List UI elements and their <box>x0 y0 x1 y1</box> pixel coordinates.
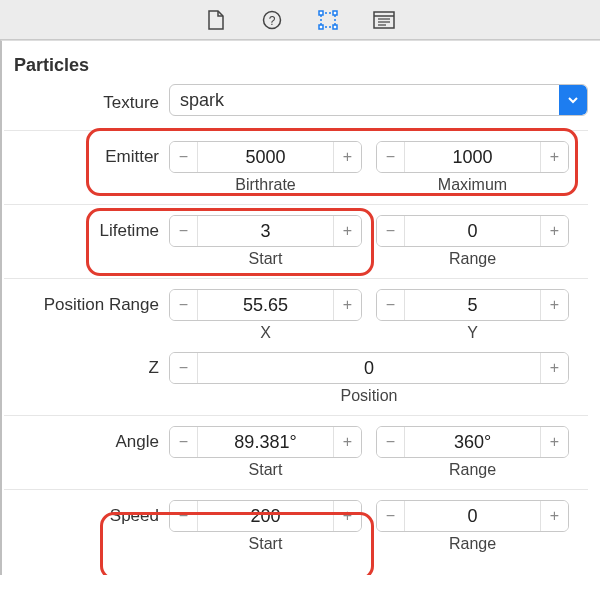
file-icon[interactable] <box>205 9 227 31</box>
bounding-box-icon[interactable] <box>317 9 339 31</box>
svg-rect-7 <box>374 12 394 28</box>
speed-range-stepper[interactable]: − 0 + <box>376 500 569 532</box>
plus-icon[interactable]: + <box>333 501 361 531</box>
minus-icon[interactable]: − <box>170 353 198 383</box>
minus-icon[interactable]: − <box>377 216 405 246</box>
texture-label: Texture <box>4 87 169 113</box>
angle-label: Angle <box>4 426 169 452</box>
lifetime-start-stepper[interactable]: − 3 + <box>169 215 362 247</box>
svg-text:?: ? <box>269 13 276 27</box>
svg-rect-3 <box>319 11 323 15</box>
divider <box>4 130 588 131</box>
minus-icon[interactable]: − <box>377 501 405 531</box>
minus-icon[interactable]: − <box>170 501 198 531</box>
speed-label: Speed <box>4 500 169 526</box>
lifetime-label: Lifetime <box>4 215 169 241</box>
z-position-stepper[interactable]: − 0 + <box>169 352 569 384</box>
section-title: Particles <box>4 51 588 84</box>
plus-icon[interactable]: + <box>540 216 568 246</box>
plus-icon[interactable]: + <box>540 353 568 383</box>
angle-range-stepper[interactable]: − 360° + <box>376 426 569 458</box>
help-icon[interactable]: ? <box>261 9 283 31</box>
emitter-birthrate-stepper[interactable]: − 5000 + <box>169 141 362 173</box>
position-range-x-stepper[interactable]: − 55.65 + <box>169 289 362 321</box>
minus-icon[interactable]: − <box>377 427 405 457</box>
plus-icon[interactable]: + <box>333 142 361 172</box>
texture-value: spark <box>170 90 559 111</box>
plus-icon[interactable]: + <box>333 290 361 320</box>
position-range-label: Position Range <box>4 289 169 315</box>
angle-start-stepper[interactable]: − 89.381° + <box>169 426 362 458</box>
layout-icon[interactable] <box>373 9 395 31</box>
svg-rect-6 <box>333 25 337 29</box>
minus-icon[interactable]: − <box>170 290 198 320</box>
minus-icon[interactable]: − <box>170 216 198 246</box>
svg-rect-4 <box>333 11 337 15</box>
inspector-tab-bar: ? <box>0 0 600 40</box>
plus-icon[interactable]: + <box>333 216 361 246</box>
particles-inspector-panel: Particles Texture spark Emitter − 5000 +… <box>0 40 600 575</box>
minus-icon[interactable]: − <box>377 142 405 172</box>
divider <box>4 204 588 205</box>
plus-icon[interactable]: + <box>540 142 568 172</box>
minus-icon[interactable]: − <box>170 427 198 457</box>
svg-rect-5 <box>319 25 323 29</box>
z-label: Z <box>4 352 169 378</box>
minus-icon[interactable]: − <box>170 142 198 172</box>
plus-icon[interactable]: + <box>333 427 361 457</box>
speed-start-stepper[interactable]: − 200 + <box>169 500 362 532</box>
emitter-label: Emitter <box>4 141 169 167</box>
chevron-down-icon <box>559 85 587 115</box>
divider <box>4 489 588 490</box>
plus-icon[interactable]: + <box>540 501 568 531</box>
lifetime-range-stepper[interactable]: − 0 + <box>376 215 569 247</box>
minus-icon[interactable]: − <box>377 290 405 320</box>
position-range-y-stepper[interactable]: − 5 + <box>376 289 569 321</box>
divider <box>4 278 588 279</box>
emitter-maximum-stepper[interactable]: − 1000 + <box>376 141 569 173</box>
texture-dropdown[interactable]: spark <box>169 84 588 116</box>
divider <box>4 415 588 416</box>
plus-icon[interactable]: + <box>540 427 568 457</box>
plus-icon[interactable]: + <box>540 290 568 320</box>
